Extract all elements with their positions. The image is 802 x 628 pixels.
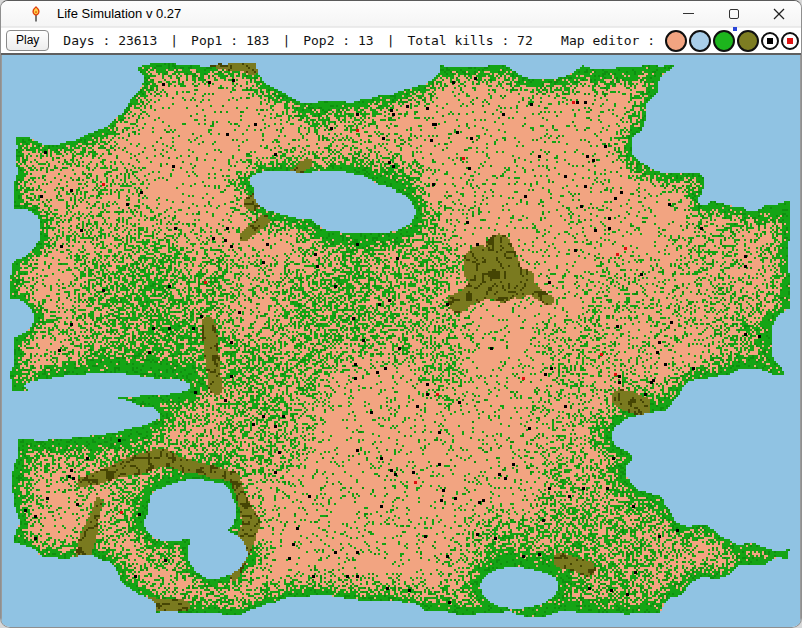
pop2-tool-swatch[interactable] — [781, 32, 799, 50]
close-button[interactable] — [756, 1, 801, 26]
map-editor-section: Map editor : — [561, 30, 801, 52]
close-icon — [773, 8, 785, 20]
stat-separator: | — [282, 33, 290, 48]
stats-readout: Days : 23613 | Pop1 : 183 | Pop2 : 13 | … — [63, 33, 532, 48]
stat-pop1: Pop1 : 183 — [191, 33, 269, 48]
minimize-button[interactable] — [666, 1, 711, 26]
simulation-map[interactable] — [2, 55, 800, 625]
app-window: Life Simulation v 0.27 Play Days : 23613… — [0, 0, 802, 628]
stat-separator: | — [170, 33, 178, 48]
water-tool-swatch[interactable] — [689, 30, 711, 52]
stat-pop2: Pop2 : 13 — [303, 33, 373, 48]
maximize-button[interactable] — [711, 1, 756, 26]
title-bar: Life Simulation v 0.27 — [1, 1, 801, 27]
pop1-tool-swatch[interactable] — [761, 32, 779, 50]
map-area — [1, 55, 801, 627]
toolbar: Play Days : 23613 | Pop1 : 183 | Pop2 : … — [1, 27, 801, 55]
window-controls — [666, 1, 801, 26]
pop2-dot-icon — [787, 38, 793, 44]
maximize-icon — [729, 9, 739, 19]
stat-total-kills: Total kills : 72 — [407, 33, 532, 48]
window-title: Life Simulation v 0.27 — [57, 6, 181, 21]
mountain-tool-swatch[interactable] — [737, 30, 759, 52]
grass-tool-swatch[interactable] — [713, 30, 735, 52]
stat-separator: | — [387, 33, 395, 48]
torch-icon — [29, 6, 43, 22]
land-tool-swatch[interactable] — [665, 30, 687, 52]
play-button[interactable]: Play — [6, 30, 49, 51]
map-editor-palette — [663, 30, 799, 52]
stat-days: Days : 23613 — [63, 33, 157, 48]
selected-tool-marker — [733, 27, 737, 31]
minimize-icon — [683, 13, 694, 14]
map-editor-label: Map editor : — [561, 33, 655, 48]
pop1-dot-icon — [767, 38, 773, 44]
